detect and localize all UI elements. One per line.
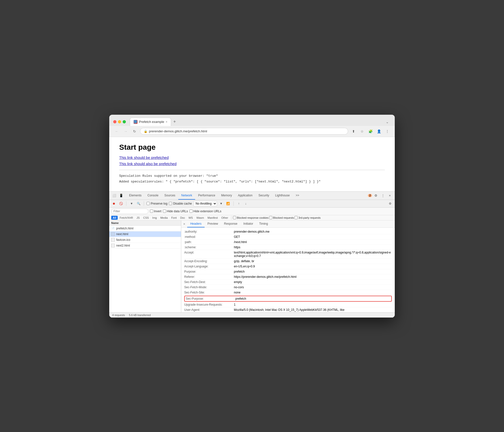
request-count: 4 requests xyxy=(112,314,125,317)
address-input[interactable]: 🔒 prerender-demos.glitch.me/prefetch.htm… xyxy=(140,128,348,135)
clear-button[interactable]: 🚫 xyxy=(118,201,124,206)
list-item[interactable]: □ next.html xyxy=(109,231,181,237)
tab-close-button[interactable]: × xyxy=(166,120,167,124)
maximize-window-button[interactable] xyxy=(123,120,126,123)
address-bar: ← → ↻ 🔒 prerender-demos.glitch.me/prefet… xyxy=(109,126,395,137)
hide-data-urls-label: Hide data URLs xyxy=(167,210,188,213)
third-party-requests-checkbox[interactable]: 3rd-party requests xyxy=(294,216,321,219)
header-row: :authority: prerender-demos.glitch.me xyxy=(184,229,392,234)
tab-lighthouse[interactable]: Lighthouse xyxy=(272,192,293,200)
invert-checkbox[interactable]: Invert xyxy=(150,210,161,213)
hide-data-urls-checkbox[interactable]: Hide data URLs xyxy=(163,210,188,213)
blocked-requests-checkbox[interactable]: Blocked requests xyxy=(269,216,294,219)
header-row: Accept-Language: en-US,en;q=0.9 xyxy=(184,264,392,269)
transferred-size: 5.6 kB transferred xyxy=(129,314,150,317)
wifi-icon[interactable]: 📶 xyxy=(225,201,231,206)
devtools-settings-icon[interactable]: ⚙ xyxy=(373,193,379,199)
tab-elements[interactable]: Elements xyxy=(126,192,144,200)
bookmark-icon[interactable]: ☆ xyxy=(359,128,365,135)
type-filter-css[interactable]: CSS xyxy=(142,216,150,220)
headers-tab[interactable]: Headers xyxy=(187,220,204,227)
tab-application[interactable]: Application xyxy=(235,192,255,200)
tab-sources[interactable]: Sources xyxy=(161,192,178,200)
type-filter-font[interactable]: Font xyxy=(170,216,178,220)
invert-input[interactable] xyxy=(150,210,153,213)
blocked-response-cookies-checkbox[interactable]: Blocked response cookies xyxy=(233,216,269,219)
record-button[interactable]: ⏺ xyxy=(111,201,117,206)
browser-tab[interactable]: 🌐 Prefetch example × xyxy=(130,118,171,126)
timing-tab[interactable]: Timing xyxy=(256,220,271,227)
file-blank-icon: □ xyxy=(111,244,115,247)
tab-memory[interactable]: Memory xyxy=(218,192,235,200)
blocked-requests-input[interactable] xyxy=(269,216,272,219)
tab-performance[interactable]: Performance xyxy=(195,192,218,200)
back-button[interactable]: ← xyxy=(113,128,120,135)
type-filter-fetch-xhr[interactable]: Fetch/XHR xyxy=(118,216,135,220)
speculation-rules-added: Added speculationrules: " { "prefetch": … xyxy=(119,180,385,183)
preserve-log-input[interactable] xyxy=(146,202,150,205)
hide-extension-urls-input[interactable] xyxy=(189,210,193,213)
hide-data-urls-input[interactable] xyxy=(163,210,166,213)
import-icon[interactable]: ↑ xyxy=(236,201,242,206)
blocked-response-cookies-input[interactable] xyxy=(233,216,236,219)
disable-cache-input[interactable] xyxy=(169,202,172,205)
reload-button[interactable]: ↻ xyxy=(131,128,138,135)
close-window-button[interactable] xyxy=(113,120,116,123)
tab-console[interactable]: Console xyxy=(144,192,161,200)
header-value: no-cors xyxy=(234,286,392,289)
type-filter-img[interactable]: Img xyxy=(151,216,158,220)
filter-input[interactable] xyxy=(111,209,148,214)
preserve-log-checkbox[interactable]: Preserve log xyxy=(146,202,167,205)
inspect-element-icon[interactable]: ⬜ xyxy=(111,193,117,199)
share-icon[interactable]: ⬆ xyxy=(350,128,357,135)
type-filter-wasm[interactable]: Wasm xyxy=(195,216,206,220)
response-tab[interactable]: Response xyxy=(221,220,240,227)
prefetch-link-2[interactable]: This link should also be prefetched xyxy=(119,162,385,166)
type-filter-ws[interactable]: WS xyxy=(187,216,194,220)
file-name: next.html xyxy=(116,232,128,236)
hide-extension-urls-checkbox[interactable]: Hide extension URLs xyxy=(189,210,221,213)
export-icon[interactable]: ↓ xyxy=(243,201,249,206)
header-row: Upgrade-Insecure-Requests: 1 xyxy=(184,302,392,307)
new-tab-button[interactable]: + xyxy=(171,118,178,125)
list-item[interactable]: □ favicon.ico xyxy=(109,237,181,243)
filter-icon[interactable]: ▼ xyxy=(129,201,134,206)
throttle-dropdown-icon[interactable]: ▼ xyxy=(218,201,224,206)
type-filter-doc[interactable]: Doc xyxy=(179,216,187,220)
third-party-requests-input[interactable] xyxy=(294,216,298,219)
blocked-requests-label: Blocked requests xyxy=(273,216,294,219)
tab-security[interactable]: Security xyxy=(255,192,272,200)
minimize-window-button[interactable] xyxy=(118,120,121,123)
notification-badge: 2 xyxy=(368,194,372,197)
profile-icon[interactable]: 👤 xyxy=(375,128,382,135)
header-value: Mozilla/5.0 (Macintosh; Intel Mac OS X 1… xyxy=(234,308,392,312)
network-toolbar: ⏺ 🚫 ▼ 🔍 Preserve log Disable cache No th… xyxy=(109,200,395,208)
extensions-icon[interactable]: 🧩 xyxy=(367,128,374,135)
preserve-log-label: Preserve log xyxy=(151,202,167,205)
type-filter-js[interactable]: JS xyxy=(135,216,141,220)
disable-cache-checkbox[interactable]: Disable cache xyxy=(169,202,192,205)
network-settings-icon[interactable]: ⚙ xyxy=(387,201,393,206)
preview-tab[interactable]: Preview xyxy=(205,220,221,227)
devtools-close-icon[interactable]: × xyxy=(387,193,393,199)
device-toolbar-icon[interactable]: 📱 xyxy=(118,193,124,199)
type-filter-manifest[interactable]: Manifest xyxy=(206,216,219,220)
initiator-tab[interactable]: Initiator xyxy=(240,220,256,227)
forward-button[interactable]: → xyxy=(122,128,129,135)
list-item[interactable]: 📄 prefetch.html xyxy=(109,226,181,231)
devtools-more-icon[interactable]: ⋮ xyxy=(380,193,386,199)
file-name: prefetch.html xyxy=(116,227,133,230)
list-item[interactable]: □ next2.html xyxy=(109,243,181,249)
headers-close-button[interactable]: × xyxy=(183,222,185,226)
status-bar: 4 requests 5.6 kB transferred xyxy=(109,312,395,318)
throttle-select[interactable]: No throttling xyxy=(193,201,217,206)
type-filter-other[interactable]: Other xyxy=(220,216,230,220)
type-filter-media[interactable]: Media xyxy=(159,216,169,220)
tab-network[interactable]: Network xyxy=(178,192,195,200)
tab-overflow-icon[interactable]: ⌄ xyxy=(384,118,391,126)
prefetch-link-1[interactable]: This link should be prefetched xyxy=(119,155,385,160)
search-icon[interactable]: 🔍 xyxy=(136,201,141,206)
type-filter-all[interactable]: All xyxy=(111,216,118,220)
tab-more[interactable]: >> xyxy=(293,192,302,200)
more-options-icon[interactable]: ⋮ xyxy=(384,128,391,135)
